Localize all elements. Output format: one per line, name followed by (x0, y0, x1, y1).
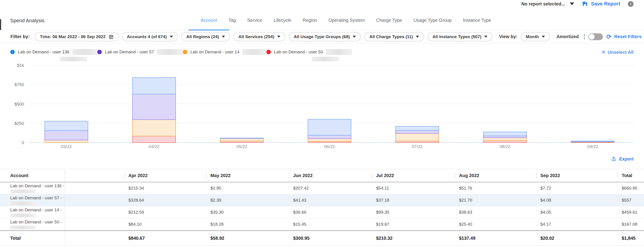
legend-label: Lab on Demand - user 50 (274, 49, 323, 54)
tab-service[interactable]: Service (242, 18, 268, 30)
chevron-down-icon (222, 36, 225, 38)
unselect-all-button[interactable]: ✕ Unselect All (602, 49, 634, 55)
tab-operating-system[interactable]: Operating System (323, 18, 370, 30)
tab-account[interactable]: Account (195, 18, 223, 30)
value-cell: $4.08 (536, 194, 618, 206)
services-filter-label: All Services (254) (238, 34, 274, 39)
time-filter[interactable]: Time: 06 Mar 2022 - 06 Sep 2022 (35, 32, 118, 41)
view-by-select[interactable]: Month (521, 32, 550, 41)
save-report-button[interactable]: Save Report (582, 1, 620, 7)
total-value-cell: $210.32 (372, 231, 455, 246)
legend-item[interactable]: Lab on Demand - user 57 (97, 49, 183, 55)
x-axis-tick: 05/22 (236, 144, 247, 149)
bar-segment[interactable] (45, 131, 88, 140)
redacted-text (72, 49, 98, 55)
redacted-text (326, 49, 352, 55)
amortized-label: Amortized (556, 34, 579, 39)
legend-item[interactable]: Lab on Demand - user 50 (266, 49, 352, 55)
tab-lifecycle[interactable]: Lifecycle (268, 18, 297, 30)
accounts-filter-label: Accounts 4 (of 674) (127, 34, 167, 39)
y-axis-tick: $500 (14, 102, 24, 106)
total-value-cell (65, 231, 124, 246)
bar-segment[interactable] (132, 77, 176, 94)
info-icon[interactable]: i (628, 1, 634, 7)
table-row: Lab on Demand - user 57 -$328.64$2.39$41… (0, 194, 644, 206)
close-icon: ✕ (602, 49, 605, 55)
tab-charge-type[interactable]: Charge Type (371, 18, 408, 30)
amortized-toggle[interactable] (588, 33, 603, 40)
account-name: Lab on Demand - user 50 - (10, 220, 62, 225)
chevron-down-icon (570, 2, 574, 5)
charge-types-filter-label: All Charge Types (11) (369, 34, 413, 39)
amortized-info-icon[interactable]: i (584, 34, 585, 39)
chevron-down-icon (484, 36, 488, 38)
bar-segment[interactable] (220, 138, 263, 138)
tab-region[interactable]: Region (297, 18, 323, 30)
y-axis-tick: 0 (22, 140, 24, 145)
value-cell (65, 206, 124, 218)
tab-tag[interactable]: Tag (223, 18, 241, 30)
account-cell: Lab on Demand - user 50 - (0, 218, 65, 230)
bar-segment[interactable] (132, 120, 176, 136)
bar-segment[interactable] (483, 136, 526, 138)
redacted-text (10, 214, 36, 217)
bar-segment[interactable] (483, 132, 526, 136)
total-value-cell: $840.67 (124, 231, 206, 246)
account-name: Lab on Demand - user 136 - (10, 183, 64, 188)
value-cell: $25.40 (455, 218, 536, 230)
filter-by-label: Filter by: (10, 34, 30, 39)
x-axis-tick: 03/22 (61, 144, 72, 149)
export-button[interactable]: Export (611, 156, 634, 162)
bar-segment[interactable] (483, 138, 526, 141)
value-cell: $2.95 (206, 182, 289, 194)
report-selector[interactable]: No report selected... (521, 1, 574, 6)
value-cell: $2.39 (206, 194, 289, 206)
bar-segment[interactable] (308, 135, 351, 138)
value-cell (65, 194, 124, 206)
legend-item[interactable]: Lab on Demand - user 14 (183, 49, 268, 55)
view-by-value: Month (526, 34, 539, 39)
bar-segment[interactable] (396, 126, 439, 130)
charge-types-filter[interactable]: All Charge Types (11) (364, 32, 424, 41)
save-report-label: Save Report (591, 1, 620, 7)
chevron-down-icon (542, 36, 545, 38)
x-axis-tick: 07/22 (412, 144, 423, 149)
view-by-label: View by: (499, 34, 518, 39)
bar-segment[interactable] (220, 138, 263, 141)
bar-segment[interactable] (396, 131, 439, 133)
accounts-filter[interactable]: Accounts 4 (of 674) (122, 32, 178, 41)
tab-usage-type-group[interactable]: Usage Type Group (408, 18, 458, 30)
bar-segment[interactable] (483, 141, 526, 143)
table-header-row: AccountApr 2022May 2022Jun 2022Jul 2022A… (0, 169, 644, 182)
services-filter[interactable]: All Services (254) (234, 32, 285, 41)
bar-segment[interactable] (132, 136, 176, 143)
redacted-text (242, 49, 268, 55)
bar-segment[interactable] (45, 121, 88, 131)
legend-label: Lab on Demand - user 57 (105, 49, 154, 54)
bar-segment[interactable] (396, 133, 439, 141)
redacted-text (10, 190, 36, 193)
account-cell: Lab on Demand - user 136 - (0, 182, 65, 194)
topbar: No report selected... Save Report i (0, 0, 644, 8)
legend-item[interactable]: Lab on Demand - user 136 (10, 49, 98, 55)
reset-filters-button[interactable]: ⟳ Reset Filters (606, 34, 642, 39)
value-cell: $15.45 (289, 218, 372, 230)
bar-segment[interactable] (571, 141, 614, 142)
value-cell: $18.28 (206, 218, 289, 230)
total-label: Total (0, 231, 65, 246)
x-axis-tick: 08/22 (500, 144, 510, 149)
tab-instance-type[interactable]: Instance Type (457, 18, 497, 30)
bar-segment[interactable] (308, 138, 351, 141)
value-cell: $41.43 (289, 194, 372, 206)
instance-types-filter[interactable]: All Instance Types (507) (428, 32, 492, 41)
value-cell: $212.59 (124, 206, 206, 218)
chevron-down-icon (416, 36, 419, 38)
usage-type-groups-filter[interactable]: All Usage Type Groups (68) (289, 32, 361, 41)
bar-segment[interactable] (132, 94, 176, 120)
bar-segment[interactable] (45, 140, 88, 143)
page-title: Spend Analysis (10, 18, 44, 24)
regions-filter[interactable]: All Regions (24) (181, 32, 230, 41)
bar-segment[interactable] (396, 141, 439, 143)
unselect-all-label: Unselect All (608, 50, 634, 55)
bar-segment[interactable] (308, 119, 351, 135)
